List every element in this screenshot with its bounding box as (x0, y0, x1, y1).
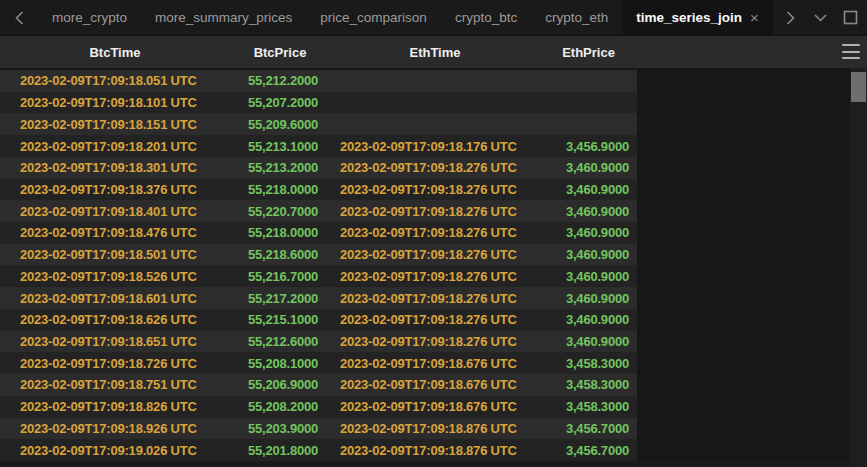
cell-btctime[interactable]: 2023-02-09T17:09:18.101 UTC (0, 95, 230, 110)
cell-ethprice[interactable]: 3,460.9000 (540, 291, 637, 306)
cell-btctime[interactable]: 2023-02-09T17:09:18.826 UTC (0, 399, 230, 414)
cell-btcprice[interactable]: 55,212.6000 (230, 334, 330, 349)
cell-btcprice[interactable]: 55,207.2000 (230, 95, 330, 110)
cell-btcprice[interactable]: 55,213.2000 (230, 160, 330, 175)
cell-btcprice[interactable]: 55,203.9000 (230, 421, 330, 436)
tab-bar: more_cryptomore_summary_pricesprice_comp… (0, 0, 867, 36)
column-header-ethprice: EthPrice (540, 45, 637, 60)
scroll-tabs-left-button[interactable] (0, 0, 38, 36)
cell-ethtime[interactable]: 2023-02-09T17:09:18.276 UTC (330, 204, 540, 219)
cell-ethtime[interactable]: 2023-02-09T17:09:18.276 UTC (330, 247, 540, 262)
cell-btctime[interactable]: 2023-02-09T17:09:18.051 UTC (0, 73, 230, 88)
cell-ethprice[interactable]: 3,456.7000 (540, 421, 637, 436)
cell-btcprice[interactable]: 55,212.2000 (230, 73, 330, 88)
cell-btctime[interactable]: 2023-02-09T17:09:18.151 UTC (0, 117, 230, 132)
cell-ethprice[interactable]: 3,460.9000 (540, 269, 637, 284)
cell-btcprice[interactable]: 55,218.0000 (230, 182, 330, 197)
close-tab-icon[interactable]: × (750, 10, 759, 25)
tab-time_series_join[interactable]: time_series_join× (622, 0, 773, 36)
results-grid: 2023-02-09T17:09:18.051 UTC55,212.200020… (0, 68, 867, 467)
vertical-scrollbar-thumb[interactable] (851, 72, 866, 102)
cell-ethprice[interactable]: 3,460.9000 (540, 182, 637, 197)
cell-ethprice[interactable]: 3,458.3000 (540, 399, 637, 414)
cell-ethtime[interactable]: 2023-02-09T17:09:18.276 UTC (330, 182, 540, 197)
cell-ethtime[interactable]: 2023-02-09T17:09:18.876 UTC (330, 443, 540, 458)
table-row: 2023-02-09T17:09:19.026 UTC55,201.800020… (0, 439, 637, 461)
cell-btctime[interactable]: 2023-02-09T17:09:18.201 UTC (0, 139, 230, 154)
cell-ethprice[interactable]: 3,460.9000 (540, 225, 637, 240)
cell-ethtime[interactable]: 2023-02-09T17:09:18.876 UTC (330, 421, 540, 436)
cell-ethtime[interactable]: 2023-02-09T17:09:18.276 UTC (330, 312, 540, 327)
cell-btctime[interactable]: 2023-02-09T17:09:18.626 UTC (0, 312, 230, 327)
cell-btcprice[interactable]: 55,201.8000 (230, 443, 330, 458)
table-row: 2023-02-09T17:09:18.476 UTC55,218.000020… (0, 222, 637, 244)
cell-btctime[interactable]: 2023-02-09T17:09:18.501 UTC (0, 247, 230, 262)
cell-btctime[interactable]: 2023-02-09T17:09:18.926 UTC (0, 421, 230, 436)
cell-btctime[interactable]: 2023-02-09T17:09:19.026 UTC (0, 443, 230, 458)
cell-btctime[interactable]: 2023-02-09T17:09:18.601 UTC (0, 291, 230, 306)
cell-btctime[interactable]: 2023-02-09T17:09:18.476 UTC (0, 225, 230, 240)
cell-ethprice[interactable]: 3,460.9000 (540, 312, 637, 327)
horizontal-scrollbar[interactable] (0, 461, 867, 467)
cell-btcprice[interactable]: 55,213.1000 (230, 139, 330, 154)
tab-list-dropdown-button[interactable] (805, 0, 835, 36)
cell-ethprice[interactable]: 3,460.9000 (540, 334, 637, 349)
scroll-tabs-right-button[interactable] (775, 0, 805, 36)
table-row: 2023-02-09T17:09:18.101 UTC55,207.2000 (0, 92, 637, 114)
table-row: 2023-02-09T17:09:18.201 UTC55,213.100020… (0, 135, 637, 157)
cell-ethtime[interactable]: 2023-02-09T17:09:18.276 UTC (330, 225, 540, 240)
tab-crypto_btc[interactable]: crypto_btc (441, 0, 531, 36)
hamburger-icon (842, 44, 860, 46)
tab-label: crypto_eth (545, 10, 608, 25)
cell-ethprice[interactable]: 3,460.9000 (540, 247, 637, 262)
cell-ethprice[interactable]: 3,456.9000 (540, 139, 637, 154)
table-row: 2023-02-09T17:09:18.151 UTC55,209.6000 (0, 113, 637, 135)
cell-btctime[interactable]: 2023-02-09T17:09:18.526 UTC (0, 269, 230, 284)
grid-menu-button[interactable] (842, 44, 860, 59)
tab-more_summary_prices[interactable]: more_summary_prices (141, 0, 306, 36)
cell-ethtime[interactable]: 2023-02-09T17:09:18.676 UTC (330, 356, 540, 371)
table-row: 2023-02-09T17:09:18.301 UTC55,213.200020… (0, 157, 637, 179)
column-header-btcprice: BtcPrice (230, 45, 330, 60)
cell-btctime[interactable]: 2023-02-09T17:09:18.401 UTC (0, 204, 230, 219)
cell-btctime[interactable]: 2023-02-09T17:09:18.651 UTC (0, 334, 230, 349)
cell-btcprice[interactable]: 55,216.7000 (230, 269, 330, 284)
cell-ethprice[interactable]: 3,460.9000 (540, 204, 637, 219)
cell-ethtime[interactable]: 2023-02-09T17:09:18.276 UTC (330, 269, 540, 284)
cell-btcprice[interactable]: 55,220.7000 (230, 204, 330, 219)
table-row: 2023-02-09T17:09:18.051 UTC55,212.2000 (0, 70, 637, 92)
tab-price_comparison[interactable]: price_comparison (306, 0, 441, 36)
cell-ethtime[interactable]: 2023-02-09T17:09:18.276 UTC (330, 334, 540, 349)
cell-btcprice[interactable]: 55,208.1000 (230, 356, 330, 371)
cell-btcprice[interactable]: 55,217.2000 (230, 291, 330, 306)
cell-ethtime[interactable]: 2023-02-09T17:09:18.676 UTC (330, 399, 540, 414)
maximize-button[interactable] (835, 0, 865, 36)
cell-ethprice[interactable]: 3,458.3000 (540, 356, 637, 371)
tab-label: time_series_join (636, 10, 742, 25)
cell-ethtime[interactable]: 2023-02-09T17:09:18.176 UTC (330, 139, 540, 154)
cell-ethtime[interactable]: 2023-02-09T17:09:18.276 UTC (330, 160, 540, 175)
cell-btctime[interactable]: 2023-02-09T17:09:18.376 UTC (0, 182, 230, 197)
cell-btctime[interactable]: 2023-02-09T17:09:18.301 UTC (0, 160, 230, 175)
tab-crypto_eth[interactable]: crypto_eth (531, 0, 622, 36)
cell-btctime[interactable]: 2023-02-09T17:09:18.726 UTC (0, 356, 230, 371)
cell-btcprice[interactable]: 55,218.6000 (230, 247, 330, 262)
cell-btcprice[interactable]: 55,209.6000 (230, 117, 330, 132)
vertical-scrollbar[interactable] (850, 68, 867, 467)
chevron-down-icon (814, 14, 827, 22)
cell-btcprice[interactable]: 55,215.1000 (230, 312, 330, 327)
cell-btcprice[interactable]: 55,206.9000 (230, 377, 330, 392)
table-row: 2023-02-09T17:09:18.601 UTC55,217.200020… (0, 287, 637, 309)
cell-ethprice[interactable]: 3,458.3000 (540, 377, 637, 392)
cell-btcprice[interactable]: 55,218.0000 (230, 225, 330, 240)
tabbar-controls (775, 0, 867, 36)
cell-ethtime[interactable]: 2023-02-09T17:09:18.676 UTC (330, 377, 540, 392)
cell-btctime[interactable]: 2023-02-09T17:09:18.751 UTC (0, 377, 230, 392)
table-row: 2023-02-09T17:09:18.626 UTC55,215.100020… (0, 309, 637, 331)
cell-btcprice[interactable]: 55,208.2000 (230, 399, 330, 414)
cell-ethprice[interactable]: 3,456.7000 (540, 443, 637, 458)
cell-ethtime[interactable]: 2023-02-09T17:09:18.276 UTC (330, 291, 540, 306)
tab-more_crypto[interactable]: more_crypto (38, 0, 141, 36)
chevron-right-icon (786, 11, 795, 25)
cell-ethprice[interactable]: 3,460.9000 (540, 160, 637, 175)
